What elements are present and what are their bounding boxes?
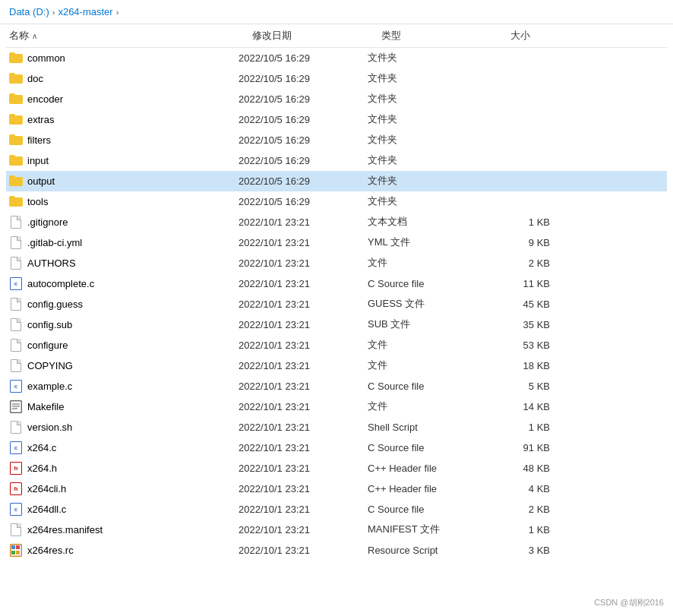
file-type-cell: C Source file: [368, 442, 497, 453]
file-type-cell: C Source file: [368, 504, 497, 515]
table-row[interactable]: configure2022/10/1 23:21文件53 KB: [6, 335, 667, 355]
table-row[interactable]: filters2022/10/5 16:29文件夹: [6, 130, 667, 150]
file-type-cell: 文件: [368, 256, 497, 270]
file-icon: [11, 421, 21, 434]
folder-icon: [9, 114, 23, 125]
c-source-icon: c: [10, 380, 22, 393]
file-date-cell: 2022/10/1 23:21: [239, 504, 368, 515]
file-date-cell: 2022/10/1 23:21: [239, 278, 368, 289]
folder-icon: [9, 73, 23, 84]
file-type-cell: C++ Header file: [368, 483, 497, 494]
file-size-cell: 53 KB: [497, 340, 558, 351]
table-row[interactable]: Makefile2022/10/1 23:21文件14 KB: [6, 396, 667, 417]
file-date-cell: 2022/10/1 23:21: [239, 340, 368, 351]
file-name-cell: doc: [9, 71, 239, 85]
file-name-cell: version.sh: [9, 420, 239, 434]
table-row[interactable]: x264res.manifest2022/10/1 23:21MANIFEST …: [6, 520, 667, 540]
file-type-cell: 文件夹: [368, 112, 497, 126]
file-name-cell: config.guess: [9, 297, 239, 311]
table-row[interactable]: config.guess2022/10/1 23:21GUESS 文件45 KB: [6, 294, 667, 314]
file-name-cell: .gitlab-ci.yml: [9, 235, 239, 249]
col-header-date[interactable]: 修改日期: [252, 29, 381, 43]
file-name-cell: cx264.c: [9, 441, 239, 454]
file-name-cell: hx264.h: [9, 461, 239, 475]
file-type-cell: 文件夹: [368, 51, 497, 65]
table-row[interactable]: version.sh2022/10/1 23:21Shell Script1 K…: [6, 417, 667, 438]
table-row[interactable]: hx264.h2022/10/1 23:21C++ Header file48 …: [6, 458, 667, 479]
svg-rect-5: [11, 545, 15, 549]
file-name-cell: configure: [9, 338, 239, 352]
file-icon: [11, 339, 21, 352]
table-row[interactable]: hx264cli.h2022/10/1 23:21C++ Header file…: [6, 479, 667, 499]
file-size-cell: 1 KB: [497, 524, 558, 535]
file-size-cell: 48 KB: [497, 463, 558, 474]
h-header-icon: h: [10, 482, 22, 495]
col-header-name[interactable]: 名称 ∧: [9, 29, 252, 43]
file-type-cell: SUB 文件: [368, 317, 497, 331]
table-row[interactable]: output2022/10/5 16:29文件夹: [6, 171, 667, 191]
breadcrumb-x264[interactable]: x264-master: [58, 6, 112, 17]
table-row[interactable]: x264res.rc2022/10/1 23:21Resource Script…: [6, 540, 667, 561]
file-size-cell: 35 KB: [497, 319, 558, 330]
file-type-cell: MANIFEST 文件: [368, 523, 497, 536]
file-date-cell: 2022/10/1 23:21: [239, 360, 368, 371]
file-date-cell: 2022/10/5 16:29: [239, 175, 368, 187]
table-row[interactable]: AUTHORS2022/10/1 23:21文件2 KB: [6, 253, 667, 273]
file-date-cell: 2022/10/1 23:21: [239, 257, 368, 269]
folder-icon: [9, 175, 23, 186]
c-source-icon: c: [10, 277, 22, 290]
file-type-cell: 文件: [368, 338, 497, 352]
table-row[interactable]: .gitignore2022/10/1 23:21文本文档1 KB: [6, 212, 667, 232]
c-source-icon: c: [10, 441, 22, 454]
file-name-cell: .gitignore: [9, 215, 239, 229]
folder-icon: [9, 196, 23, 207]
table-row[interactable]: cexample.c2022/10/1 23:21C Source file5 …: [6, 376, 667, 396]
file-date-cell: 2022/10/1 23:21: [239, 319, 368, 330]
file-type-cell: 文件: [368, 359, 497, 372]
file-list-container: 名称 ∧ 修改日期 类型 大小 common2022/10/5 16:29文件夹…: [0, 24, 673, 561]
svg-rect-7: [11, 551, 15, 554]
file-name-cell: x264res.manifest: [9, 523, 239, 536]
breadcrumb-data-drive[interactable]: Data (D:): [9, 6, 49, 17]
file-size-cell: 45 KB: [497, 299, 558, 310]
table-row[interactable]: cx264.c2022/10/1 23:21C Source file91 KB: [6, 438, 667, 458]
table-row[interactable]: .gitlab-ci.yml2022/10/1 23:21YML 文件9 KB: [6, 232, 667, 253]
file-date-cell: 2022/10/5 16:29: [239, 134, 368, 146]
table-row[interactable]: cx264dll.c2022/10/1 23:21C Source file2 …: [6, 499, 667, 520]
table-row[interactable]: config.sub2022/10/1 23:21SUB 文件35 KB: [6, 314, 667, 335]
file-name-cell: cautocomplete.c: [9, 276, 239, 290]
file-date-cell: 2022/10/1 23:21: [239, 216, 368, 228]
file-date-cell: 2022/10/1 23:21: [239, 401, 368, 412]
watermark: CSDN @胡刚2016: [594, 597, 664, 608]
table-row[interactable]: encoder2022/10/5 16:29文件夹: [6, 89, 667, 109]
breadcrumb-sep-2: ›: [116, 8, 119, 17]
file-size-cell: 2 KB: [497, 257, 558, 269]
file-icon: [11, 318, 21, 331]
folder-icon: [9, 93, 23, 104]
file-icon: [11, 523, 21, 536]
table-row[interactable]: common2022/10/5 16:29文件夹: [6, 48, 667, 68]
col-header-size[interactable]: 大小: [510, 29, 571, 43]
file-date-cell: 2022/10/5 16:29: [239, 52, 368, 64]
file-size-cell: 11 KB: [497, 278, 558, 289]
file-date-cell: 2022/10/1 23:21: [239, 524, 368, 535]
file-name-cell: filters: [9, 133, 239, 147]
table-row[interactable]: doc2022/10/5 16:29文件夹: [6, 68, 667, 89]
table-row[interactable]: input2022/10/5 16:29文件夹: [6, 150, 667, 171]
file-name-cell: extras: [9, 112, 239, 126]
folder-icon: [9, 134, 23, 145]
table-row[interactable]: COPYING2022/10/1 23:21文件18 KB: [6, 355, 667, 376]
file-type-cell: YML 文件: [368, 235, 497, 249]
file-type-cell: 文件: [368, 400, 497, 413]
table-row[interactable]: tools2022/10/5 16:29文件夹: [6, 191, 667, 212]
table-row[interactable]: cautocomplete.c2022/10/1 23:21C Source f…: [6, 273, 667, 294]
breadcrumb-sep-1: ›: [52, 8, 55, 17]
file-date-cell: 2022/10/1 23:21: [239, 483, 368, 494]
file-size-cell: 9 KB: [497, 237, 558, 248]
sort-arrow-icon: ∧: [32, 32, 37, 40]
col-header-type[interactable]: 类型: [381, 29, 510, 43]
file-icon: [11, 257, 21, 270]
file-size-cell: 18 KB: [497, 360, 558, 371]
file-date-cell: 2022/10/5 16:29: [239, 155, 368, 166]
table-row[interactable]: extras2022/10/5 16:29文件夹: [6, 109, 667, 130]
